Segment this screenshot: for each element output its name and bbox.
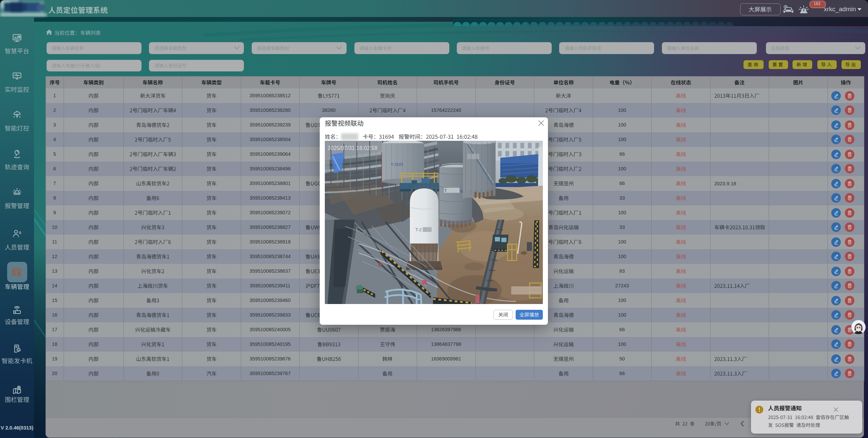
svg-text:2025/07/31 16:02:58: 2025/07/31 16:02:58 bbox=[328, 145, 378, 151]
